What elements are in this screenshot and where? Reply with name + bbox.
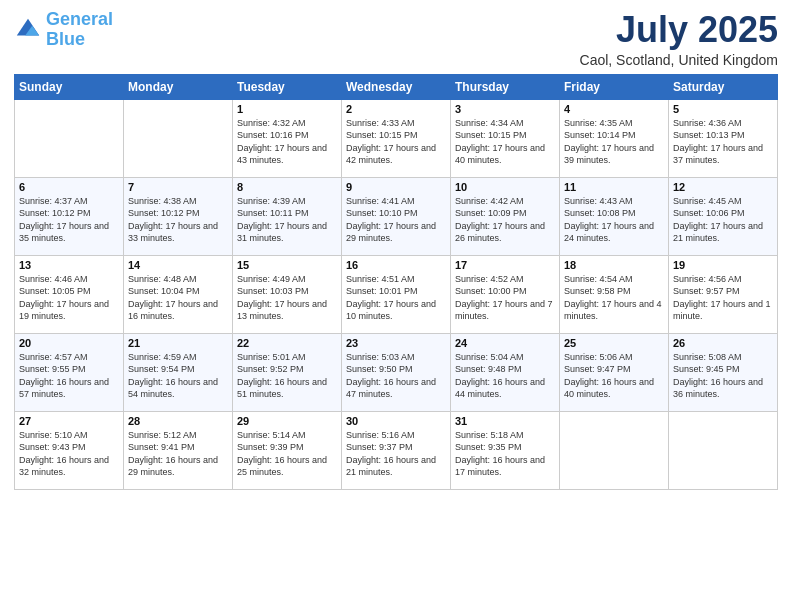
day-info: Sunrise: 5:18 AM Sunset: 9:35 PM Dayligh… [455, 429, 555, 479]
week-row-1: 6Sunrise: 4:37 AM Sunset: 10:12 PM Dayli… [15, 177, 778, 255]
day-number: 19 [673, 259, 773, 271]
day-info: Sunrise: 4:33 AM Sunset: 10:15 PM Daylig… [346, 117, 446, 167]
day-info: Sunrise: 5:06 AM Sunset: 9:47 PM Dayligh… [564, 351, 664, 401]
calendar-cell: 3Sunrise: 4:34 AM Sunset: 10:15 PM Dayli… [451, 99, 560, 177]
day-number: 22 [237, 337, 337, 349]
day-number: 6 [19, 181, 119, 193]
day-info: Sunrise: 4:49 AM Sunset: 10:03 PM Daylig… [237, 273, 337, 323]
day-number: 10 [455, 181, 555, 193]
calendar-cell: 11Sunrise: 4:43 AM Sunset: 10:08 PM Dayl… [560, 177, 669, 255]
day-number: 9 [346, 181, 446, 193]
day-info: Sunrise: 4:48 AM Sunset: 10:04 PM Daylig… [128, 273, 228, 323]
calendar-cell: 24Sunrise: 5:04 AM Sunset: 9:48 PM Dayli… [451, 333, 560, 411]
day-number: 25 [564, 337, 664, 349]
day-info: Sunrise: 4:54 AM Sunset: 9:58 PM Dayligh… [564, 273, 664, 323]
week-row-2: 13Sunrise: 4:46 AM Sunset: 10:05 PM Dayl… [15, 255, 778, 333]
header-monday: Monday [124, 74, 233, 99]
day-info: Sunrise: 4:42 AM Sunset: 10:09 PM Daylig… [455, 195, 555, 245]
calendar-cell: 12Sunrise: 4:45 AM Sunset: 10:06 PM Dayl… [669, 177, 778, 255]
header-wednesday: Wednesday [342, 74, 451, 99]
day-number: 7 [128, 181, 228, 193]
calendar-cell: 2Sunrise: 4:33 AM Sunset: 10:15 PM Dayli… [342, 99, 451, 177]
day-number: 23 [346, 337, 446, 349]
calendar-cell: 10Sunrise: 4:42 AM Sunset: 10:09 PM Dayl… [451, 177, 560, 255]
day-info: Sunrise: 4:35 AM Sunset: 10:14 PM Daylig… [564, 117, 664, 167]
day-number: 21 [128, 337, 228, 349]
calendar-cell: 16Sunrise: 4:51 AM Sunset: 10:01 PM Dayl… [342, 255, 451, 333]
day-number: 4 [564, 103, 664, 115]
header: General Blue July 2025 Caol, Scotland, U… [14, 10, 778, 68]
title-block: July 2025 Caol, Scotland, United Kingdom [580, 10, 778, 68]
day-number: 31 [455, 415, 555, 427]
day-info: Sunrise: 4:45 AM Sunset: 10:06 PM Daylig… [673, 195, 773, 245]
day-info: Sunrise: 5:14 AM Sunset: 9:39 PM Dayligh… [237, 429, 337, 479]
calendar-cell [560, 411, 669, 489]
day-number: 3 [455, 103, 555, 115]
calendar-cell: 6Sunrise: 4:37 AM Sunset: 10:12 PM Dayli… [15, 177, 124, 255]
calendar-cell: 7Sunrise: 4:38 AM Sunset: 10:12 PM Dayli… [124, 177, 233, 255]
day-info: Sunrise: 5:03 AM Sunset: 9:50 PM Dayligh… [346, 351, 446, 401]
calendar-cell [669, 411, 778, 489]
weekday-header-row: Sunday Monday Tuesday Wednesday Thursday… [15, 74, 778, 99]
day-info: Sunrise: 4:59 AM Sunset: 9:54 PM Dayligh… [128, 351, 228, 401]
calendar-cell: 25Sunrise: 5:06 AM Sunset: 9:47 PM Dayli… [560, 333, 669, 411]
day-number: 15 [237, 259, 337, 271]
day-info: Sunrise: 5:10 AM Sunset: 9:43 PM Dayligh… [19, 429, 119, 479]
header-saturday: Saturday [669, 74, 778, 99]
day-info: Sunrise: 5:01 AM Sunset: 9:52 PM Dayligh… [237, 351, 337, 401]
calendar-cell: 1Sunrise: 4:32 AM Sunset: 10:16 PM Dayli… [233, 99, 342, 177]
day-number: 11 [564, 181, 664, 193]
day-info: Sunrise: 4:38 AM Sunset: 10:12 PM Daylig… [128, 195, 228, 245]
logo-text-blue: Blue [46, 30, 113, 50]
day-info: Sunrise: 5:04 AM Sunset: 9:48 PM Dayligh… [455, 351, 555, 401]
calendar-cell: 14Sunrise: 4:48 AM Sunset: 10:04 PM Dayl… [124, 255, 233, 333]
calendar-cell [15, 99, 124, 177]
calendar-cell: 21Sunrise: 4:59 AM Sunset: 9:54 PM Dayli… [124, 333, 233, 411]
day-info: Sunrise: 4:56 AM Sunset: 9:57 PM Dayligh… [673, 273, 773, 323]
calendar-cell: 19Sunrise: 4:56 AM Sunset: 9:57 PM Dayli… [669, 255, 778, 333]
day-info: Sunrise: 4:41 AM Sunset: 10:10 PM Daylig… [346, 195, 446, 245]
day-info: Sunrise: 4:36 AM Sunset: 10:13 PM Daylig… [673, 117, 773, 167]
calendar-cell: 13Sunrise: 4:46 AM Sunset: 10:05 PM Dayl… [15, 255, 124, 333]
calendar-cell: 31Sunrise: 5:18 AM Sunset: 9:35 PM Dayli… [451, 411, 560, 489]
day-number: 18 [564, 259, 664, 271]
day-number: 1 [237, 103, 337, 115]
header-friday: Friday [560, 74, 669, 99]
calendar-cell: 4Sunrise: 4:35 AM Sunset: 10:14 PM Dayli… [560, 99, 669, 177]
day-number: 12 [673, 181, 773, 193]
day-number: 24 [455, 337, 555, 349]
logo-icon [14, 16, 42, 44]
calendar: Sunday Monday Tuesday Wednesday Thursday… [14, 74, 778, 490]
day-number: 20 [19, 337, 119, 349]
day-info: Sunrise: 5:16 AM Sunset: 9:37 PM Dayligh… [346, 429, 446, 479]
calendar-cell: 30Sunrise: 5:16 AM Sunset: 9:37 PM Dayli… [342, 411, 451, 489]
day-info: Sunrise: 4:52 AM Sunset: 10:00 PM Daylig… [455, 273, 555, 323]
page: General Blue July 2025 Caol, Scotland, U… [0, 0, 792, 612]
day-number: 17 [455, 259, 555, 271]
calendar-cell: 29Sunrise: 5:14 AM Sunset: 9:39 PM Dayli… [233, 411, 342, 489]
header-thursday: Thursday [451, 74, 560, 99]
calendar-cell: 22Sunrise: 5:01 AM Sunset: 9:52 PM Dayli… [233, 333, 342, 411]
calendar-cell: 17Sunrise: 4:52 AM Sunset: 10:00 PM Dayl… [451, 255, 560, 333]
week-row-3: 20Sunrise: 4:57 AM Sunset: 9:55 PM Dayli… [15, 333, 778, 411]
day-number: 8 [237, 181, 337, 193]
day-number: 14 [128, 259, 228, 271]
day-info: Sunrise: 4:46 AM Sunset: 10:05 PM Daylig… [19, 273, 119, 323]
day-number: 16 [346, 259, 446, 271]
day-info: Sunrise: 5:08 AM Sunset: 9:45 PM Dayligh… [673, 351, 773, 401]
day-number: 13 [19, 259, 119, 271]
day-number: 29 [237, 415, 337, 427]
logo-text-general: General [46, 10, 113, 30]
calendar-cell [124, 99, 233, 177]
day-number: 30 [346, 415, 446, 427]
calendar-cell: 15Sunrise: 4:49 AM Sunset: 10:03 PM Dayl… [233, 255, 342, 333]
day-number: 5 [673, 103, 773, 115]
day-number: 27 [19, 415, 119, 427]
calendar-cell: 9Sunrise: 4:41 AM Sunset: 10:10 PM Dayli… [342, 177, 451, 255]
day-info: Sunrise: 4:43 AM Sunset: 10:08 PM Daylig… [564, 195, 664, 245]
calendar-cell: 28Sunrise: 5:12 AM Sunset: 9:41 PM Dayli… [124, 411, 233, 489]
day-info: Sunrise: 4:57 AM Sunset: 9:55 PM Dayligh… [19, 351, 119, 401]
header-tuesday: Tuesday [233, 74, 342, 99]
location: Caol, Scotland, United Kingdom [580, 52, 778, 68]
calendar-cell: 18Sunrise: 4:54 AM Sunset: 9:58 PM Dayli… [560, 255, 669, 333]
